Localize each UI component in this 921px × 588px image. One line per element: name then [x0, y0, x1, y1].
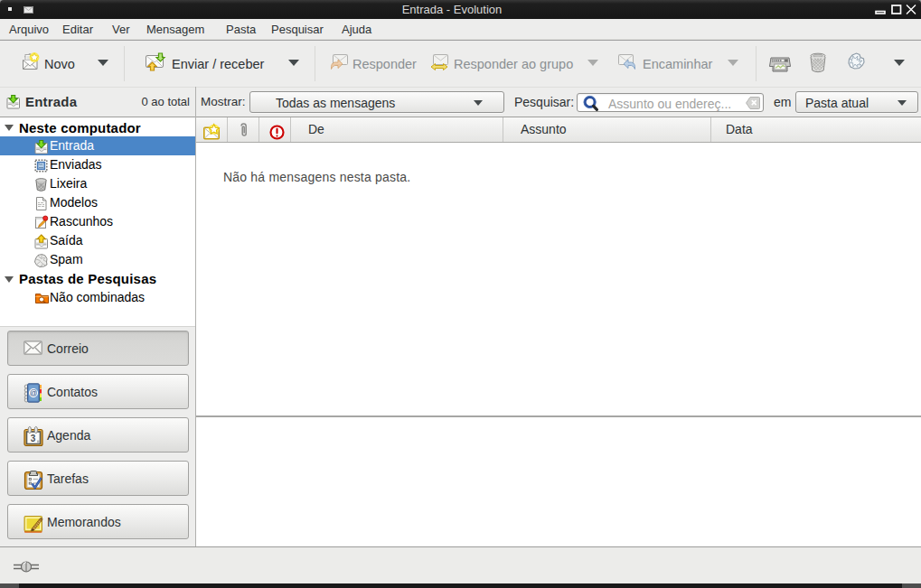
- svg-text:3: 3: [31, 434, 36, 443]
- svg-text:@: @: [30, 388, 38, 397]
